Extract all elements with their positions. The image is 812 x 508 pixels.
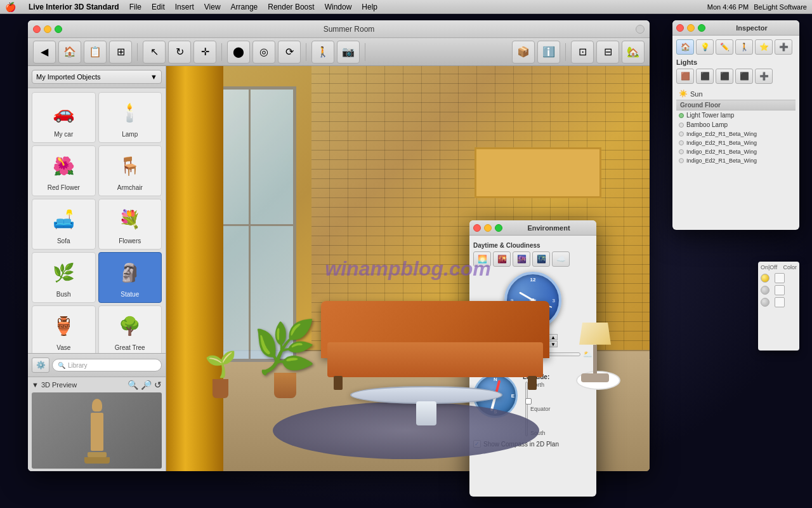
left-curtain bbox=[166, 66, 223, 471]
object-item-vase[interactable]: 🏺 Vase bbox=[32, 305, 96, 353]
toolbar-view2[interactable]: ⊟ bbox=[596, 41, 619, 64]
maximize-button[interactable] bbox=[55, 25, 62, 33]
object-item-statue[interactable]: 🗿 Statue bbox=[98, 252, 162, 303]
toolbar-camera[interactable]: 📷 bbox=[337, 41, 360, 64]
daytime-icon-4[interactable]: 🌃 bbox=[532, 251, 550, 267]
toolbar-rotate[interactable]: ↻ bbox=[168, 41, 191, 64]
object-item-sofa[interactable]: 🛋️ Sofa bbox=[32, 199, 96, 250]
time-stepper: ▲ ▼ bbox=[549, 334, 558, 347]
object-item-armchair[interactable]: 🪑 Armchair bbox=[98, 145, 162, 196]
toolbar-figure[interactable]: 🚶 bbox=[311, 41, 334, 64]
env-minimize[interactable] bbox=[484, 224, 492, 232]
toolbar-object3d[interactable]: 📦 bbox=[512, 41, 535, 64]
light-indicator-1[interactable] bbox=[761, 286, 769, 295]
light-color-1[interactable] bbox=[775, 285, 785, 295]
object-label-car: My car bbox=[54, 131, 73, 138]
object-item-flowers[interactable]: 💐 Flowers bbox=[98, 199, 162, 250]
env-close[interactable] bbox=[473, 224, 481, 232]
inspector-icon-plus[interactable]: ➕ bbox=[775, 39, 792, 55]
light-icon-add[interactable]: ➕ bbox=[755, 69, 773, 84]
window-close-right[interactable] bbox=[636, 25, 645, 34]
toolbar-cursor[interactable]: ↖ bbox=[143, 41, 166, 64]
wall-shelf bbox=[475, 147, 601, 198]
close-button[interactable] bbox=[33, 25, 41, 33]
time-down-btn[interactable]: ▼ bbox=[549, 341, 558, 347]
lat-thumb[interactable] bbox=[525, 398, 532, 404]
light-icon-3[interactable]: ⬛ bbox=[716, 69, 733, 84]
toolbar-list[interactable]: 📋 bbox=[84, 41, 107, 64]
inspector-traffic-lights bbox=[676, 24, 705, 32]
light-row-0 bbox=[761, 273, 797, 283]
toolbar-target[interactable]: ◎ bbox=[252, 41, 275, 64]
light-color-0[interactable] bbox=[775, 273, 785, 283]
inspector-icon-figure[interactable]: 🚶 bbox=[735, 39, 753, 55]
time-up-btn[interactable]: ▲ bbox=[549, 334, 558, 340]
light-item-5[interactable]: Indigo_Ed2_R1_Beta_Wing bbox=[676, 156, 796, 165]
inspector-minimize[interactable] bbox=[687, 24, 695, 32]
menu-view[interactable]: View bbox=[204, 3, 221, 11]
light-icon-1[interactable]: 🟫 bbox=[676, 69, 694, 84]
object-icon-vase: 🏺 bbox=[43, 309, 84, 343]
toolbar-info[interactable]: ℹ️ bbox=[537, 41, 560, 64]
toolbar-floor-plan[interactable]: 🏠 bbox=[58, 41, 81, 64]
traffic-lights bbox=[33, 25, 62, 33]
preview-refresh-btn[interactable]: ↺ bbox=[154, 380, 162, 390]
menu-render-boost[interactable]: Render Boost bbox=[268, 3, 314, 11]
light-item-1[interactable]: Bamboo Lamp bbox=[676, 120, 796, 130]
object-item-bush[interactable]: 🌿 Bush bbox=[32, 252, 96, 303]
menu-arrange[interactable]: Arrange bbox=[231, 3, 258, 11]
toolbar-home[interactable]: 🏡 bbox=[622, 41, 645, 64]
menu-window[interactable]: Window bbox=[325, 3, 352, 11]
daytime-icon-3[interactable]: 🌆 bbox=[513, 251, 530, 267]
zoom-in-btn[interactable]: 🔍 bbox=[128, 380, 138, 390]
object-label-bush: Bush bbox=[56, 291, 71, 298]
apple-menu[interactable]: 🍎 bbox=[5, 2, 16, 12]
object-icon-bush: 🌿 bbox=[43, 255, 84, 290]
inspector-icon-edit[interactable]: ✏️ bbox=[716, 39, 733, 55]
sidebar-search[interactable]: 🔍 Library bbox=[52, 359, 162, 371]
toolbar-view1[interactable]: ⊡ bbox=[571, 41, 594, 64]
inspector-icon-house[interactable]: 🏠 bbox=[676, 39, 694, 55]
inspector-close[interactable] bbox=[676, 24, 684, 32]
inspector-icon-star[interactable]: ⭐ bbox=[755, 39, 773, 55]
preview-collapse-icon[interactable]: ▼ bbox=[32, 381, 39, 389]
light-item-0[interactable]: Light Tower lamp bbox=[676, 110, 796, 120]
ground-floor-header: Ground Floor bbox=[676, 100, 796, 110]
toolbar-refresh[interactable]: ⟳ bbox=[278, 41, 301, 64]
toolbar-move[interactable]: ✛ bbox=[193, 41, 216, 64]
object-item-lamp[interactable]: 🕯️ Lamp bbox=[98, 92, 162, 143]
light-color-2[interactable] bbox=[775, 297, 785, 307]
toolbar-grid[interactable]: ⊞ bbox=[109, 41, 132, 64]
inspector-icon-lamp[interactable]: 💡 bbox=[696, 39, 714, 55]
sidebar-settings-btn[interactable]: ⚙️ bbox=[32, 358, 49, 373]
object-item-car[interactable]: 🚗 My car bbox=[32, 92, 96, 143]
daytime-icon-1[interactable]: 🌅 bbox=[473, 251, 491, 267]
sun-label: Sun bbox=[690, 90, 703, 98]
minimize-button[interactable] bbox=[44, 25, 51, 33]
objects-dropdown[interactable]: My Imported Objects ▼ bbox=[32, 70, 162, 84]
daytime-icon-row: 🌅 🌇 🌆 🌃 ☁️ bbox=[473, 251, 593, 267]
toolbar-circle[interactable]: ⬤ bbox=[227, 41, 250, 64]
light-indicator-0[interactable] bbox=[761, 274, 769, 283]
menu-insert[interactable]: Insert bbox=[175, 3, 194, 11]
daytime-icon-2[interactable]: 🌇 bbox=[493, 251, 511, 267]
toolbar-back[interactable]: ◀ bbox=[33, 41, 56, 64]
light-indicator-2[interactable] bbox=[761, 298, 769, 307]
daytime-icon-5[interactable]: ☁️ bbox=[552, 251, 570, 267]
inspector-maximize[interactable] bbox=[698, 24, 705, 32]
menu-file[interactable]: File bbox=[129, 3, 141, 11]
light-icon-4[interactable]: ⬛ bbox=[735, 69, 753, 84]
app-name[interactable]: Live Interior 3D Standard bbox=[29, 3, 119, 11]
lights-icon-row: 🟫 ⬛ ⬛ ⬛ ➕ bbox=[676, 69, 796, 84]
menu-edit[interactable]: Edit bbox=[152, 3, 165, 11]
menu-help[interactable]: Help bbox=[362, 3, 377, 11]
light-item-2[interactable]: Indigo_Ed2_R1_Beta_Wing bbox=[676, 130, 796, 138]
object-item-greattree[interactable]: 🌳 Great Tree bbox=[98, 305, 162, 353]
light-item-4[interactable]: Indigo_Ed2_R1_Beta_Wing bbox=[676, 147, 796, 156]
object-item-redflower[interactable]: 🌺 Red Flower bbox=[32, 145, 96, 196]
zoom-out-btn[interactable]: 🔎 bbox=[141, 380, 152, 390]
light-item-3[interactable]: Indigo_Ed2_R1_Beta_Wing bbox=[676, 138, 796, 147]
object-label-armchair: Armchair bbox=[117, 184, 143, 191]
env-maximize[interactable] bbox=[495, 224, 502, 232]
light-icon-2[interactable]: ⬛ bbox=[696, 69, 714, 84]
